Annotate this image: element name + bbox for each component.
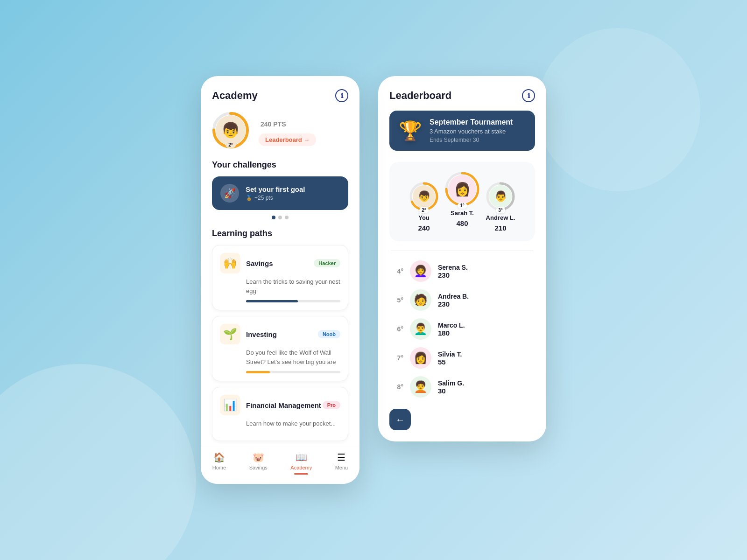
academy-screen: Academy ℹ 👦 2° 240PTS [201,76,359,484]
academy-nav-icon: 📖 [296,452,307,463]
top3-podium: 👦 2° You 240 👩 1° [389,162,535,241]
nav-home-label: Home [212,465,226,470]
nav-active-indicator [294,473,308,475]
carousel-dots [212,216,348,219]
academy-title: Academy [212,90,258,102]
financial-desc: Learn how to make your pocket... [246,419,340,428]
score-andrea: 230 [438,300,531,308]
podium-score-3rd: 210 [494,224,506,232]
investing-desc: Do you feel like the Wolf of Wall Street… [246,348,340,366]
name-silvia: Silvia T. [438,350,531,358]
rank-7: 7° [393,354,403,362]
user-avatar: 👦 [216,115,246,145]
leaderboard-info-icon[interactable]: ℹ [522,89,535,102]
podium-avatar-2nd: 👦 2° [409,182,439,211]
podium-3rd: 👨 3° Andrew L. 210 [486,182,515,232]
dot-3 [285,216,289,219]
financial-icon: 📊 [220,395,240,415]
dot-1 [272,216,275,219]
info-marco: Marco L. 180 [438,322,531,337]
bottom-nav: 🏠 Home 🐷 Savings 📖 Academy ☰ Menu [201,445,359,484]
savings-progress-bg [246,300,340,302]
tournament-info: September Tournament 3 Amazon vouchers a… [430,118,526,143]
challenge-title: Set your first goal [246,185,340,193]
podium-face-2nd: 👦 [413,185,435,208]
avatar-marco: 👨‍🦱 [410,318,431,340]
leaderboard-button[interactable]: Leaderboard → [259,133,316,146]
name-andrea: Andrea B. [438,293,531,300]
user-rank-badge: 2° [226,142,236,148]
investing-progress-fill [246,371,270,373]
leaderboard-header: Leaderboard ℹ [389,89,535,102]
podium-score-1st: 480 [456,219,468,227]
nav-savings[interactable]: 🐷 Savings [249,452,268,475]
investing-card[interactable]: 🌱 Investing Noob Do you feel like the Wo… [212,316,348,381]
nav-academy[interactable]: 📖 Academy [290,452,312,475]
learning-paths-title: Learning paths [212,229,348,238]
podium-rank-1st: 1° [458,203,467,209]
rank-4: 4° [393,267,403,275]
points-section: 👦 2° 240PTS Leaderboard → [212,112,348,149]
podium-face-1st: 👩 [448,175,476,203]
list-divider [391,251,533,251]
nav-home[interactable]: 🏠 Home [212,452,226,475]
name-salim: Salim G. [438,379,531,387]
points-value: 240PTS [259,115,316,130]
challenge-pts: 🏅+25 pts [246,195,340,201]
challenge-card[interactable]: 🚀 Set your first goal 🏅+25 pts [212,176,348,210]
score-silvia: 55 [438,358,531,366]
rank-6: 6° [393,325,403,333]
name-serena: Serena S. [438,264,531,271]
score-serena: 230 [438,271,531,279]
tournament-prize: 3 Amazon vouchers at stake [430,128,526,135]
nav-savings-label: Savings [249,465,268,470]
savings-nav-icon: 🐷 [253,452,264,463]
points-info: 240PTS Leaderboard → [259,115,316,146]
podium-name-2nd: You [418,214,430,221]
podium-2nd: 👦 2° You 240 [409,182,439,232]
list-item-4: 4° 👩‍🦱 Serena S. 230 [391,257,533,286]
savings-icon: 🙌 [220,253,240,273]
savings-progress-fill [246,300,298,302]
podium-face-3rd: 👨 [489,185,512,208]
rank-5: 5° [393,296,403,304]
info-serena: Serena S. 230 [438,264,531,279]
academy-info-icon[interactable]: ℹ [335,89,348,102]
screens-container: Academy ℹ 👦 2° 240PTS [201,76,546,484]
back-button[interactable]: ← [389,409,411,430]
podium-avatar-3rd: 👨 3° [486,182,515,211]
avatar-andrea: 🧑 [410,289,431,311]
avatar-serena: 👩‍🦱 [410,260,431,282]
learning-paths-section: Learning paths 🙌 Savings Hacker Learn th… [212,229,348,441]
investing-progress-bg [246,371,340,373]
user-avatar-ring: 👦 2° [212,112,249,149]
podium-name-1st: Sarah T. [451,210,474,217]
nav-menu-label: Menu [335,465,348,470]
challenge-text: Set your first goal 🏅+25 pts [246,185,340,201]
nav-academy-label: Academy [290,465,312,470]
podium-score-2nd: 240 [418,224,430,232]
rank-8: 8° [393,383,403,391]
savings-card[interactable]: 🙌 Savings Hacker Learn the tricks to sav… [212,245,348,310]
menu-nav-icon: ☰ [337,452,345,463]
challenges-title: Your challenges [212,160,348,170]
savings-level-badge: Hacker [314,259,340,267]
back-btn-area: ← [378,401,546,441]
investing-icon: 🌱 [220,324,240,344]
podium-name-3rd: Andrew L. [486,214,515,221]
score-salim: 30 [438,387,531,395]
challenge-icon: 🚀 [220,184,239,203]
list-item-6: 6° 👨‍🦱 Marco L. 180 [391,315,533,343]
savings-name: Savings [246,259,273,267]
financial-level-badge: Pro [323,401,340,409]
avatar-salim: 🧑‍🦱 [410,376,431,398]
info-silvia: Silvia T. 55 [438,350,531,366]
financial-card[interactable]: 📊 Financial Management Pro Learn how to … [212,387,348,441]
podium-rank-3rd: 3° [496,207,505,213]
podium-avatar-1st: 👩 1° [444,171,480,207]
podium-rank-2nd: 2° [419,207,429,213]
nav-menu[interactable]: ☰ Menu [335,452,348,475]
investing-name: Investing [246,330,277,338]
list-item-8: 8° 🧑‍🦱 Salim G. 30 [391,372,533,401]
savings-desc: Learn the tricks to saving your nest egg [246,277,340,295]
